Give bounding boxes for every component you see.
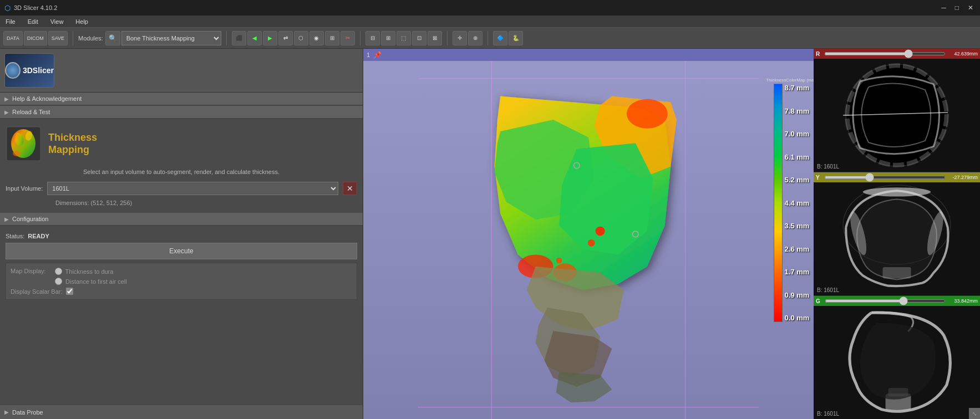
view-button-1[interactable]: ⊟ (365, 31, 380, 45)
nav-forward-button[interactable]: ▶ (263, 31, 277, 45)
map-display-row: Map Display: Thickness to dura (11, 268, 352, 275)
viewport-number: 1 (367, 52, 370, 58)
help-section-title: Help & Acknowledgement (12, 95, 82, 102)
help-section-header[interactable]: ▶ Help & Acknowledgement (0, 93, 363, 105)
thickness-title: Thickness Mapping (48, 132, 97, 156)
logo-inner: 3DSlicer (4, 53, 358, 88)
g-view-content: B: 1601L (814, 306, 980, 419)
reload-section-header[interactable]: ▶ Reload & Test (0, 106, 363, 119)
svg-marker-18 (556, 372, 612, 402)
reload-section: ▶ Reload & Test (0, 106, 363, 119)
nav-button-2[interactable]: ⇄ (278, 31, 293, 45)
dicom-button[interactable]: DICOM (24, 31, 47, 45)
crosshair-button[interactable]: ✛ (453, 31, 467, 45)
menu-view[interactable]: View (47, 17, 67, 26)
scale-label-8: 1.7 mm (785, 268, 810, 276)
minimize-button[interactable]: ─ (939, 4, 948, 12)
radio-distance-input[interactable] (55, 278, 62, 285)
toolbar-modules-group: Modules: 🔍 Bone Thickness Mapping (77, 31, 222, 45)
input-volume-clear-button[interactable]: ✕ (343, 182, 357, 195)
g-view-slider[interactable] (825, 299, 946, 303)
module-selector[interactable]: Bone Thickness Mapping (121, 31, 221, 45)
scale-label-3: 6.1 mm (785, 153, 810, 161)
view-button-2[interactable]: ⊞ (381, 31, 395, 45)
view-button-5[interactable]: ⊠ (428, 31, 442, 45)
scale-label-1: 7.8 mm (785, 107, 810, 115)
scalar-bar-label: Display Scalar Bar: (11, 288, 63, 295)
menu-help[interactable]: Help (72, 17, 92, 26)
data-probe-arrow: ▶ (4, 409, 9, 415)
color-scale-container: 8.7 mm 7.8 mm 7.0 mm 6.1 mm 5.2 mm 4.4 m… (774, 84, 810, 322)
toolbar-sep-4 (447, 31, 448, 45)
bone-mesh-svg (363, 61, 814, 419)
main-layout: 3DSlicer ▶ Help & Acknowledgement ▶ Relo… (0, 49, 980, 419)
scale-label-4: 5.2 mm (785, 176, 810, 184)
execute-button[interactable]: Execute (6, 243, 357, 259)
y-bone-label: B: 1601L (817, 287, 839, 293)
data-button[interactable]: DATA (3, 31, 23, 45)
g-view-label: G (816, 298, 820, 304)
viewport-pin: 📌 (373, 51, 382, 59)
configuration-section-header[interactable]: ▶ Configuration (0, 213, 363, 226)
title-bar: ⬡ 3D Slicer 4.10.2 ─ □ ✕ (0, 0, 980, 16)
logo-section: 3DSlicer (0, 49, 363, 93)
y-view-slider[interactable] (824, 176, 946, 179)
crosshair-button-2[interactable]: ⊕ (468, 31, 483, 45)
scale-label-9: 0.9 mm (785, 291, 810, 299)
module-search-button[interactable]: 🔍 (105, 31, 120, 45)
scale-label-5: 4.4 mm (785, 199, 810, 207)
y-ct-svg (814, 182, 980, 295)
data-probe-section[interactable]: ▶ Data Probe (0, 405, 363, 419)
reload-section-title: Reload & Test (12, 109, 50, 115)
nav-sphere-button[interactable]: ◉ (309, 31, 324, 45)
input-volume-select[interactable]: 1601L (47, 182, 338, 195)
ext-button-2[interactable]: 🐍 (509, 31, 523, 45)
save-button[interactable]: SAVE (48, 31, 68, 45)
slicer-logo-text: 3DSlicer (23, 66, 54, 75)
scalar-bar-row: Display Scalar Bar: (11, 288, 352, 295)
data-probe-title: Data Probe (12, 409, 43, 416)
input-volume-label: Input Volume: (6, 185, 43, 192)
scalar-bar-checkbox[interactable] (66, 288, 73, 295)
map-options: Map Display: Thickness to dura Distance … (6, 263, 357, 300)
resize-corner[interactable]: ⤡ (969, 408, 980, 419)
y-view: Y -27.279mm (814, 172, 980, 296)
r-view: R 42.639mm B: 1601L (814, 49, 980, 172)
nav-back-button[interactable]: ◀ (247, 31, 262, 45)
nav-3d-button[interactable]: ⬡ (294, 31, 308, 45)
menu-file[interactable]: File (2, 17, 19, 26)
r-view-slider[interactable] (824, 52, 946, 55)
menu-edit[interactable]: Edit (24, 17, 42, 26)
close-button[interactable]: ✕ (966, 4, 976, 12)
reload-arrow: ▶ (4, 109, 9, 115)
svg-point-31 (863, 187, 931, 196)
nav-button-4[interactable]: ✂ (341, 31, 355, 45)
view-button-4[interactable]: ⊡ (412, 31, 426, 45)
ext-button-1[interactable]: 🔷 (493, 31, 507, 45)
scale-label-0: 8.7 mm (785, 84, 810, 92)
toolbar-crosshair-group: ✛ ⊕ (451, 31, 484, 45)
view-button-3[interactable]: ⬚ (397, 31, 411, 45)
radio-thickness-input[interactable] (55, 268, 62, 275)
configuration-section-title: Configuration (12, 216, 48, 222)
r-ct-svg (814, 59, 980, 172)
maximize-button[interactable]: □ (953, 4, 961, 12)
toolbar-data-group: DATA DICOM SAVE (2, 31, 69, 45)
status-label: Status: (6, 233, 24, 239)
toolbar: DATA DICOM SAVE Modules: 🔍 Bone Thicknes… (0, 28, 980, 49)
r-view-header: R 42.639mm (814, 49, 980, 59)
radio-distance-row: Distance to first air cell (55, 278, 352, 285)
r-view-label: R (816, 51, 820, 57)
nav-button-1[interactable]: ⬛ (232, 31, 246, 45)
g-ct-svg (814, 306, 980, 419)
map-display-label: Map Display: (11, 268, 46, 275)
y-view-value: -27.279mm (950, 175, 978, 180)
viewport-3d[interactable]: ThicknessColorMap (mm) 8.7 mm 7.8 mm 7.0… (363, 61, 814, 419)
slicer-logo-icon (5, 62, 21, 79)
nav-button-3[interactable]: ⊞ (325, 31, 339, 45)
toolbar-sep-3 (360, 31, 360, 45)
y-view-label: Y (816, 175, 820, 181)
color-scale-bar (774, 84, 783, 322)
scale-label-10: 0.0 mm (785, 314, 810, 322)
toolbar-sep-5 (488, 31, 488, 45)
